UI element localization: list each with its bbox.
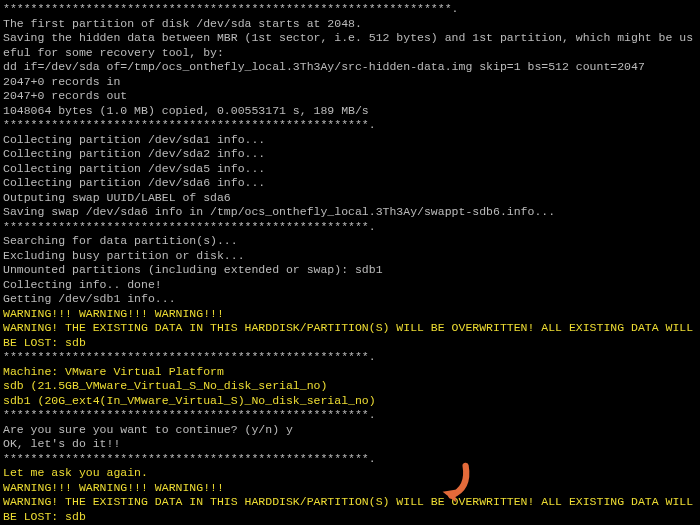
terminal-line: WARNING! THE EXISTING DATA IN THIS HARDD… xyxy=(3,321,697,350)
terminal-line: Searching for data partition(s)... xyxy=(3,234,697,249)
terminal-line: 2047+0 records out xyxy=(3,89,697,104)
terminal-line: OK, let's do it!! xyxy=(3,437,697,452)
terminal-line: Let me ask you again. xyxy=(3,466,697,481)
terminal-line: The first partition of disk /dev/sda sta… xyxy=(3,17,697,32)
terminal-line: ****************************************… xyxy=(3,452,697,467)
terminal-line: sdb (21.5GB_VMware_Virtual_S_No_disk_ser… xyxy=(3,379,697,394)
terminal-line: 1048064 bytes (1.0 MB) copied, 0.0055317… xyxy=(3,104,697,119)
terminal-line: WARNING!!! WARNING!!! WARNING!!! xyxy=(3,481,697,496)
terminal-line: WARNING! THE EXISTING DATA IN THIS HARDD… xyxy=(3,495,697,524)
terminal-line: 2047+0 records in xyxy=(3,75,697,90)
terminal-line: Outputing swap UUID/LABEL of sda6 xyxy=(3,191,697,206)
terminal-line: Collecting partition /dev/sda1 info... xyxy=(3,133,697,148)
terminal-line: Are you sure you want to continue? (y/n)… xyxy=(3,423,697,438)
terminal-line: ****************************************… xyxy=(3,2,697,17)
terminal-line: WARNING!!! WARNING!!! WARNING!!! xyxy=(3,307,697,322)
terminal-line: Collecting info.. done! xyxy=(3,278,697,293)
terminal-line: Collecting partition /dev/sda5 info... xyxy=(3,162,697,177)
terminal-line: Saving swap /dev/sda6 info in /tmp/ocs_o… xyxy=(3,205,697,220)
terminal-line: Saving the hidden data between MBR (1st … xyxy=(3,31,697,60)
terminal-output: ****************************************… xyxy=(3,2,697,524)
terminal-line: Collecting partition /dev/sda6 info... xyxy=(3,176,697,191)
terminal-line: Collecting partition /dev/sda2 info... xyxy=(3,147,697,162)
terminal-line: ****************************************… xyxy=(3,408,697,423)
terminal-line: dd if=/dev/sda of=/tmp/ocs_onthefly_loca… xyxy=(3,60,697,75)
terminal-line: ****************************************… xyxy=(3,220,697,235)
terminal-line: Machine: VMware Virtual Platform xyxy=(3,365,697,380)
terminal-line: Excluding busy partition or disk... xyxy=(3,249,697,264)
terminal-line: sdb1 (20G_ext4(In_VMware_Virtual_S)_No_d… xyxy=(3,394,697,409)
terminal-line: Unmounted partitions (including extended… xyxy=(3,263,697,278)
terminal-line: ****************************************… xyxy=(3,350,697,365)
terminal-line: ****************************************… xyxy=(3,118,697,133)
terminal-line: Getting /dev/sdb1 info... xyxy=(3,292,697,307)
